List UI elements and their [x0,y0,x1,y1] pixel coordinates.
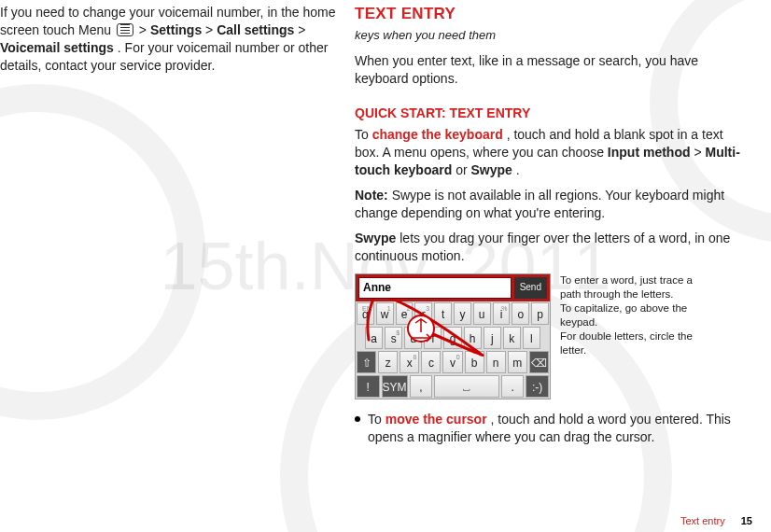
footer-section: Text entry [680,515,725,526]
keyboard-key: f [424,327,442,349]
change-keyboard-paragraph: To change the keyboard , touch and hold … [355,126,747,179]
keyboard-key: ! [357,375,380,398]
voicemail-paragraph: If you need to change your voicemail num… [0,4,336,75]
text: > [139,22,150,37]
keyboard-key: SYM [382,375,408,398]
keyboard-key: h [464,327,482,349]
text: To [368,412,386,427]
caption-line: For double letters, circle the letter. [560,329,700,357]
keyboard-key: y [454,302,471,325]
keyboard-key: j [484,327,501,349]
subtitle: keys when you need them [355,27,747,44]
change-keyboard-link: change the keyboard [372,127,503,142]
call-settings-label: Call settings [217,22,294,37]
keyboard-key: m [508,351,527,373]
keyboard-key: c [421,351,441,373]
keyboard-caption: To enter a word, just trace a path throu… [560,273,700,357]
keyboard-key: v0 [442,351,462,373]
keyboard-key: e2 [396,302,414,325]
keyboard-key: w1 [376,302,394,325]
keyboard-key: u [473,302,491,325]
move-cursor-link: move the cursor [386,412,487,427]
text: > [694,145,705,160]
settings-label: Settings [150,22,202,37]
bullet-item: To move the cursor , touch and hold a wo… [355,411,747,446]
keyboard-key: ⎵ [434,375,499,398]
swype-label: Swype [470,162,512,177]
quick-start-heading: QUICK START: TEXT ENTRY [355,105,747,122]
right-column: TEXT ENTRY keys when you need them When … [355,4,747,446]
keyboard-key: s$ [385,327,402,349]
keyboard-key: , [410,375,433,398]
swype-paragraph: Swype lets you drag your finger over the… [355,230,747,265]
keyboard-row-1: qENw1e2r3tyui%op [356,301,550,326]
keyboard-key: d [404,327,422,349]
bullet-text: To move the cursor , touch and hold a wo… [368,411,747,446]
keyboard-key: b [465,351,484,373]
keyboard-row-3: ⇧zx8cv0bnm⌫ [356,350,550,374]
page-number: 15 [741,515,752,526]
keyboard-key: :-) [526,375,549,398]
keyboard-key: i% [493,302,511,325]
text: To [355,127,372,142]
caption-line: To capitalize, go above the keypad. [560,301,700,329]
voicemail-settings-label: Voicemail settings [0,40,114,55]
keyboard-illustration: Anne Send qENw1e2r3tyui%op as$dfghjkl ⇧z… [355,273,551,399]
keyboard-figure: Anne Send qENw1e2r3tyui%op as$dfghjkl ⇧z… [355,273,747,399]
note-label: Note: [355,188,388,203]
bullet-icon [355,416,360,422]
text: or [456,162,470,177]
keyboard-key: k [503,327,521,349]
keyboard-key: z [378,351,398,373]
keyboard-row-2: as$dfghjkl [356,326,550,350]
page-footer: Text entry 15 [680,515,752,526]
keyboard-key: a [365,327,383,349]
keyboard-key: r3 [414,302,432,325]
keyboard-key: p [531,302,549,325]
caption-line: To enter a word, just trace a path throu… [560,273,700,301]
keyboard-row-4: !SYM,⎵.:-) [356,374,550,399]
text: lets you drag your finger over the lette… [355,231,730,263]
text: > [205,22,217,37]
keyboard-key: o [512,302,529,325]
keyboard-send-button: Send [514,277,547,298]
text-entry-heading: TEXT ENTRY [355,4,747,25]
keyboard-key: g [443,327,461,349]
menu-icon [117,23,133,36]
left-column: If you need to change your voicemail num… [0,4,336,446]
note-paragraph: Note: Swype is not available in all regi… [355,187,747,222]
keyboard-key: ⌫ [529,351,549,373]
keyboard-key: . [501,375,525,398]
text: . [516,162,520,177]
text: > [298,22,305,37]
input-method-label: Input method [608,145,691,160]
intro-paragraph: When you enter text, like in a message o… [355,52,747,88]
keyboard-key: x8 [400,351,419,373]
text: Swype is not available in all regions. Y… [355,188,724,220]
keyboard-key: t [434,302,452,325]
keyboard-key: ⇧ [357,351,376,373]
keyboard-key: l [523,327,540,349]
keyboard-key: qEN [357,302,374,325]
swype-bold: Swype [355,231,396,245]
keyboard-key: n [486,351,506,373]
keyboard-input-display: Anne [358,277,512,298]
